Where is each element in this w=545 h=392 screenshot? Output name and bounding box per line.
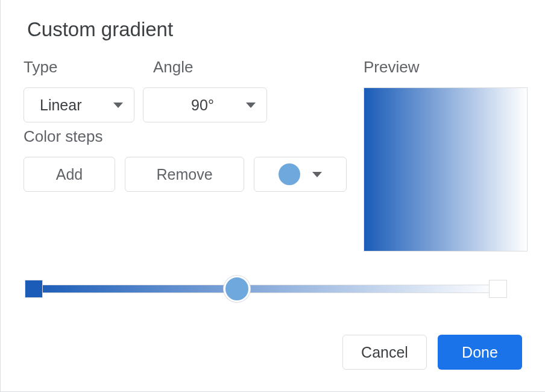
color-swatch-icon	[279, 163, 300, 185]
cancel-button[interactable]: Cancel	[342, 335, 427, 370]
slider-thumb[interactable]	[224, 276, 250, 302]
type-select[interactable]: Linear	[24, 87, 134, 122]
type-label: Type	[24, 58, 153, 77]
type-select-value: Linear	[40, 96, 82, 114]
chevron-down-icon	[246, 103, 256, 108]
color-steps-label: Color steps	[24, 127, 349, 146]
gradient-stop-slider[interactable]	[25, 277, 507, 301]
selects-row: Linear 90°	[24, 87, 349, 122]
top-row: Type Angle Linear 90° Color steps Add Re…	[24, 58, 522, 251]
dialog-title: Custom gradient	[27, 18, 522, 41]
slider-start-handle[interactable]	[25, 280, 43, 298]
chevron-down-icon	[113, 103, 123, 108]
left-column: Type Angle Linear 90° Color steps Add Re…	[24, 58, 349, 251]
labels-row: Type Angle	[24, 58, 349, 87]
preview-label: Preview	[364, 58, 528, 77]
done-button[interactable]: Done	[438, 335, 522, 370]
slider-track	[33, 285, 499, 293]
dialog-footer: Cancel Done	[24, 335, 522, 370]
right-column: Preview	[364, 58, 528, 251]
custom-gradient-dialog: Custom gradient Type Angle Linear 90° Co…	[0, 0, 545, 392]
color-step-swatch-select[interactable]	[254, 157, 347, 192]
slider-end-handle[interactable]	[489, 280, 507, 298]
remove-button[interactable]: Remove	[125, 157, 244, 192]
angle-select-value: 90°	[159, 96, 246, 114]
angle-select[interactable]: 90°	[143, 87, 267, 122]
add-button[interactable]: Add	[24, 157, 115, 192]
chevron-down-icon	[312, 172, 322, 177]
color-steps-row: Add Remove	[24, 157, 349, 192]
gradient-preview	[364, 87, 528, 251]
angle-label: Angle	[153, 58, 274, 77]
